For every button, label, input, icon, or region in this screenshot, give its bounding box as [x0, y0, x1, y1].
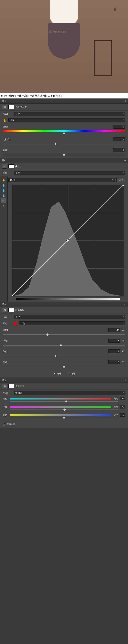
point-tool-icon[interactable]: 〰	[1, 198, 7, 203]
preset-label: 预设:	[3, 316, 12, 318]
hue-gradient	[3, 130, 125, 132]
preserve-lum-label: 保留明度	[7, 423, 15, 426]
cyan-slider[interactable]	[3, 334, 125, 335]
hue-slider[interactable]	[3, 133, 125, 134]
curves-preset-select[interactable]: 自定	[14, 171, 125, 175]
curves-title: 曲线	[15, 165, 20, 168]
cyan-red-gradient	[10, 398, 111, 400]
yel-blue-gradient	[10, 414, 111, 416]
panel-selective-color: 属性 ▾≡ ◪ 可选颜色 预设: 自定 颜色: 红色 青色: % 洋红: % 黄…	[0, 302, 128, 378]
mag-input[interactable]	[108, 338, 120, 342]
sat-label: 饱和度:	[3, 138, 12, 141]
sat-slider[interactable]	[3, 144, 125, 144]
panel-hsl: 属性 ▾≡ ▦ 色相/饱和度 预设: 自定 ✋ 全图 色相: 饱和度: 明度:	[0, 98, 128, 158]
green-end-label: 绿色	[112, 405, 118, 408]
hsl-title: 色相/饱和度	[15, 106, 27, 109]
curves-canvas[interactable]	[12, 184, 124, 296]
hue-label: 色相:	[3, 125, 12, 128]
cb-v1-input[interactable]	[119, 397, 125, 400]
panel-menu-icon[interactable]: ▾≡	[123, 302, 126, 306]
blue-end-label: 蓝色	[112, 414, 118, 416]
yel-label: 黄色:	[3, 350, 12, 353]
sat-input[interactable]	[113, 138, 125, 142]
cbal-title: 色彩平衡	[15, 385, 24, 388]
pct-label: %	[122, 361, 125, 363]
color-label: 颜色:	[3, 322, 12, 325]
panel-curves: 属性 ▾≡ ⧄ 曲线 预设: 自定 ✋ 💧 💧 💧 〰 ✎ RGB 自动	[0, 158, 128, 302]
yel-input[interactable]	[108, 349, 120, 353]
layer-mask-icon[interactable]	[9, 384, 14, 388]
radio-absolute[interactable]: 绝对	[67, 372, 75, 375]
blk-slider[interactable]	[3, 366, 125, 367]
cyan-input[interactable]	[108, 328, 120, 332]
hero-photo: 行也思君 坐也思君 晓看天色暮看云 @修图师刘锐 微信:liuruips	[0, 0, 128, 93]
layer-mask-icon[interactable]	[9, 105, 14, 109]
hero-watermark: @修图师刘锐 微信:liuruips	[36, 30, 67, 34]
auto-button[interactable]: 自动	[116, 178, 125, 182]
lum-label: 明度:	[3, 149, 12, 152]
preserve-lum-checkbox[interactable]: ✓	[3, 423, 6, 426]
layer-mask-icon[interactable]	[9, 308, 14, 312]
panel-color-balance: 属性 ▾≡ ⚖ 色彩平衡 色调: 中间调 青色 红色 洋红 绿色 黄色 蓝色	[0, 378, 128, 428]
pencil-tool-icon[interactable]: ✎	[1, 204, 7, 208]
hand-tool-icon[interactable]: ✋	[3, 118, 7, 122]
hero-poem: 行也思君 坐也思君 晓看天色暮看云	[113, 6, 116, 7]
layer-mask-icon[interactable]	[9, 164, 14, 168]
mag-slider[interactable]	[3, 345, 125, 346]
cbal-icon: ⚖	[2, 384, 7, 388]
selcol-preset-select[interactable]: 自定	[14, 315, 125, 319]
panel-menu-icon[interactable]: ▾≡	[123, 100, 126, 103]
mag-label: 洋红:	[3, 339, 12, 342]
panel-menu-icon[interactable]: ▾≡	[123, 378, 126, 382]
hue-input[interactable]	[113, 125, 125, 129]
selcol-title: 可选颜色	[15, 309, 24, 312]
cyan-label: 青色:	[3, 328, 12, 332]
color-swatch-red	[14, 322, 17, 325]
preset-label: 预设:	[3, 112, 12, 116]
preset-label: 预设:	[3, 172, 12, 175]
hand-tool-icon[interactable]: ✋	[1, 178, 7, 182]
hsl-icon: ▦	[2, 105, 7, 109]
lum-input[interactable]	[113, 148, 125, 152]
curves-icon: ⧄	[2, 164, 7, 168]
cb-v2-input[interactable]	[119, 405, 125, 408]
preset-select[interactable]: 自定	[14, 112, 125, 116]
cb-slider-1[interactable]	[10, 401, 118, 404]
mag-end-label: 洋红	[3, 405, 9, 408]
pct-label: %	[122, 328, 125, 331]
tone-select[interactable]: 中间调	[14, 391, 125, 395]
eyedrop-gray-icon[interactable]: 💧	[1, 188, 7, 193]
channel-select[interactable]: 全图	[9, 118, 125, 122]
selcol-icon: ◪	[2, 308, 7, 312]
red-end-label: 红色	[112, 397, 118, 400]
output-gradient	[16, 298, 120, 300]
radio-relative[interactable]: 相对	[53, 372, 61, 375]
yel-slider[interactable]	[3, 356, 125, 356]
panel-title: 属性	[2, 159, 6, 162]
color-select[interactable]: 红色	[19, 322, 125, 326]
eyedrop-black-icon[interactable]: 💧	[1, 183, 7, 188]
eyedrop-white-icon[interactable]: 💧	[1, 193, 7, 198]
blk-input[interactable]	[108, 360, 120, 364]
yel-end-label: 黄色	[3, 414, 9, 416]
cyan-end-label: 青色	[3, 397, 9, 400]
panel-title: 属性	[2, 379, 6, 382]
panel-title: 属性	[2, 303, 6, 306]
panel-title: 属性	[2, 100, 6, 103]
curves-tools: ✋ 💧 💧 💧 〰 ✎	[0, 176, 8, 302]
cb-v3-input[interactable]	[119, 413, 125, 417]
cb-slider-3[interactable]	[10, 418, 118, 420]
curves-channel-select[interactable]: RGB	[9, 178, 115, 182]
mag-green-gradient	[10, 406, 111, 408]
tone-label: 色调:	[3, 392, 12, 394]
blk-label: 黑色:	[3, 361, 12, 364]
step-caption: 8.此时对画面整体色彩进行调整具体数据如下直接上图	[0, 93, 128, 98]
svg-point-3	[66, 239, 69, 242]
pct-label: %	[122, 340, 125, 342]
lum-slider[interactable]	[3, 154, 125, 156]
pct-label: %	[122, 350, 125, 352]
panel-menu-icon[interactable]: ▾≡	[123, 159, 126, 162]
cb-slider-2[interactable]	[10, 409, 118, 412]
